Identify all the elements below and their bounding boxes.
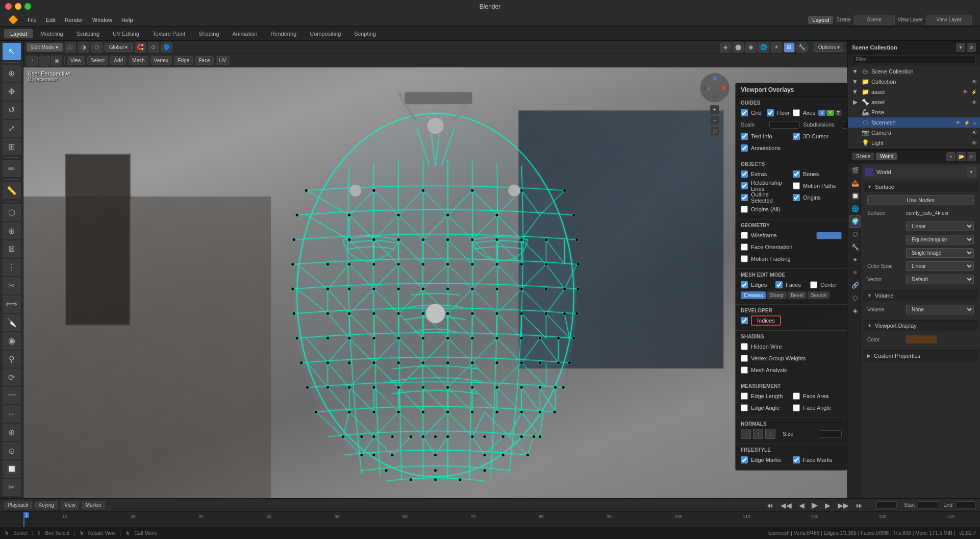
- tool-loop-cut[interactable]: ✂: [3, 277, 21, 295]
- minimize-button[interactable]: [15, 3, 21, 10]
- scene-selector[interactable]: Scene: [854, 15, 895, 25]
- z-axis-btn[interactable]: Z: [835, 110, 842, 116]
- viewport-shading-solid[interactable]: ◑: [78, 42, 89, 53]
- tool-measure[interactable]: 📏: [3, 182, 21, 199]
- bevel-tab[interactable]: Bevel: [788, 291, 807, 299]
- snap-toggle[interactable]: 🧲: [135, 42, 146, 53]
- next-keyframe-button[interactable]: ▶▶: [836, 500, 851, 510]
- color-swatch[interactable]: [906, 335, 937, 344]
- tool-annotate[interactable]: ✏: [3, 160, 21, 177]
- maximize-button[interactable]: [24, 3, 31, 10]
- tool-cursor[interactable]: ⊕: [3, 65, 21, 82]
- mesh-analysis-checkbox[interactable]: [741, 366, 748, 374]
- normals-size-input[interactable]: 0.10: [819, 430, 842, 438]
- tool-knife[interactable]: 🔪: [3, 314, 21, 331]
- shading-eevee[interactable]: ☀: [771, 42, 782, 53]
- tool-transform[interactable]: ⊞: [3, 138, 21, 156]
- zoom-camera[interactable]: 🎥: [710, 127, 719, 136]
- close-button[interactable]: [5, 3, 12, 10]
- overlay-toggle[interactable]: ⊞: [784, 42, 795, 53]
- menu-blender[interactable]: 🔶: [4, 14, 22, 26]
- volume-section-header[interactable]: ▼ Volume: [863, 290, 978, 301]
- relationship-lines-checkbox[interactable]: [741, 182, 748, 189]
- render-properties-icon[interactable]: 🎬: [849, 164, 861, 177]
- data-properties-icon[interactable]: ⬡: [849, 292, 861, 304]
- start-frame-input[interactable]: 1: [918, 501, 938, 509]
- tool-poly-build[interactable]: ⚲: [3, 351, 21, 368]
- scale-input[interactable]: 1.000: [769, 121, 800, 129]
- edge-menu[interactable]: Edge: [174, 56, 193, 65]
- view-layer-selector[interactable]: View Layer: [926, 15, 972, 25]
- custom-properties-header[interactable]: ▶ Custom Properties: [863, 351, 978, 361]
- tab-modeling[interactable]: Modeling: [34, 29, 69, 38]
- props-new[interactable]: +: [946, 152, 956, 161]
- output-properties-icon[interactable]: 📤: [849, 177, 861, 189]
- outliner-item-scene-collection[interactable]: ▼ 🗁 Scene Collection: [848, 66, 980, 77]
- seams-tab[interactable]: Seams: [808, 291, 830, 299]
- color-space-select[interactable]: Linear: [906, 261, 974, 271]
- outliner-item-facemesh[interactable]: ⬡ facemesh 👁 ⚡ ◈: [848, 117, 980, 128]
- scene-tab[interactable]: Scene: [852, 153, 874, 160]
- vertex-group-checkbox[interactable]: [741, 355, 748, 362]
- orientation-gizmo[interactable]: Y X -Y -X: [699, 72, 730, 103]
- menu-edit[interactable]: Edit: [42, 16, 60, 24]
- view-layer-properties-icon[interactable]: 🔲: [849, 190, 861, 202]
- particles-properties-icon[interactable]: ✦: [849, 254, 861, 266]
- outliner-item-camera[interactable]: 📷 Camera 👁: [848, 128, 980, 138]
- face-area-checkbox[interactable]: [793, 393, 800, 400]
- face-mode[interactable]: ▣: [51, 56, 62, 66]
- bones-checkbox[interactable]: [793, 170, 800, 178]
- surface-section-header[interactable]: ▼ Surface: [863, 182, 978, 192]
- proportional-editing[interactable]: ⊙: [148, 42, 159, 53]
- material-properties-icon[interactable]: ◈: [849, 305, 861, 317]
- menu-render[interactable]: Render: [61, 16, 87, 24]
- tool-edge-slide[interactable]: ↔: [3, 405, 21, 423]
- edge-angle-checkbox[interactable]: [741, 404, 748, 411]
- tool-move[interactable]: ✥: [3, 83, 21, 101]
- play-button[interactable]: ▶: [810, 499, 820, 511]
- select-menu[interactable]: Select: [87, 56, 109, 65]
- keying-menu[interactable]: Keying: [35, 501, 58, 509]
- vertex-menu[interactable]: Vertex: [150, 56, 172, 65]
- menu-window[interactable]: Window: [88, 16, 116, 24]
- annotations-checkbox[interactable]: [741, 144, 748, 152]
- tab-shading[interactable]: Shading: [192, 29, 225, 38]
- tab-sculpting[interactable]: Sculpting: [70, 29, 106, 38]
- tool-shrink-fatten[interactable]: ⊛: [3, 424, 21, 441]
- normal-face-icon[interactable]: ⟂: [765, 429, 775, 439]
- uv-menu[interactable]: UV: [216, 56, 230, 65]
- transform-space[interactable]: Global ▾: [105, 43, 133, 52]
- tool-extrude[interactable]: ⊕: [3, 222, 21, 239]
- scene-properties-icon[interactable]: 🌐: [849, 203, 861, 215]
- y-axis-btn[interactable]: Y: [826, 110, 834, 116]
- playback-menu[interactable]: Playback: [4, 501, 32, 509]
- asset-obj-visibility[interactable]: 👁: [972, 100, 977, 105]
- tool-rip[interactable]: ✂: [3, 479, 21, 496]
- extras-checkbox[interactable]: [741, 170, 748, 178]
- outliner-item-asset[interactable]: ▼ 📁 asset 👁 ⚡: [848, 87, 980, 97]
- use-nodes-button[interactable]: Use Nodes: [867, 195, 974, 205]
- vertex-mode[interactable]: •: [27, 56, 38, 66]
- object-properties-icon[interactable]: ⬡: [849, 228, 861, 240]
- wireframe-checkbox[interactable]: [741, 232, 748, 239]
- edge-mode[interactable]: —: [39, 56, 50, 66]
- prev-frame-button[interactable]: ◀: [797, 500, 807, 510]
- creases-tab[interactable]: Creases: [741, 291, 766, 299]
- tool-smooth[interactable]: 〰: [3, 387, 21, 404]
- timeline-ruler[interactable]: 0 10 20 30 40 50 60 70 80 90 100 110 120…: [0, 512, 980, 527]
- tool-add-cube[interactable]: ⬡: [3, 204, 21, 221]
- wireframe-value[interactable]: 1.000: [816, 232, 842, 239]
- add-menu[interactable]: Add: [110, 56, 127, 65]
- vector-select[interactable]: Default: [906, 275, 974, 284]
- tab-scripting[interactable]: Scripting: [348, 29, 382, 38]
- subdivisions-input[interactable]: 10: [842, 121, 847, 129]
- world-properties-icon[interactable]: 🌍: [849, 215, 861, 228]
- modifier-properties-icon[interactable]: 🔧: [849, 241, 861, 253]
- origins-checkbox[interactable]: [793, 194, 800, 201]
- view-menu[interactable]: View: [67, 56, 85, 65]
- tool-shear[interactable]: 🔲: [3, 460, 21, 478]
- camera-visibility[interactable]: 👁: [972, 130, 977, 136]
- outline-selected-checkbox[interactable]: [741, 194, 748, 201]
- projection-select[interactable]: Equirectangular: [906, 235, 974, 244]
- faces-checkbox[interactable]: [775, 281, 783, 288]
